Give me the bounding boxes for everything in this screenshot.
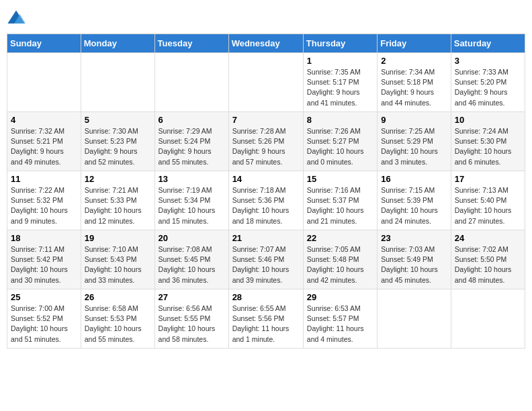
day-number: 24 [455,233,521,243]
day-header-friday: Friday [378,34,451,53]
day-header-saturday: Saturday [451,34,525,53]
calendar-cell: 15Sunrise: 7:16 AMSunset: 5:37 PMDayligh… [303,171,377,230]
calendar-cell: 27Sunrise: 6:56 AMSunset: 5:55 PMDayligh… [154,289,228,349]
calendar-cell: 11Sunrise: 7:22 AMSunset: 5:32 PMDayligh… [7,171,81,230]
day-info: Sunrise: 7:10 AMSunset: 5:43 PMDaylight:… [85,244,151,285]
day-number: 12 [85,174,151,184]
calendar-cell: 13Sunrise: 7:19 AMSunset: 5:34 PMDayligh… [154,171,228,230]
page-header [7,7,525,28]
day-info: Sunrise: 7:34 AMSunset: 5:18 PMDaylight:… [381,67,447,108]
calendar-week-row: 18Sunrise: 7:11 AMSunset: 5:42 PMDayligh… [7,230,525,289]
day-info: Sunrise: 7:35 AMSunset: 5:17 PMDaylight:… [307,67,373,108]
day-number: 17 [455,174,521,184]
logo [7,9,27,28]
day-info: Sunrise: 7:05 AMSunset: 5:48 PMDaylight:… [307,244,373,285]
calendar-week-row: 25Sunrise: 7:00 AMSunset: 5:52 PMDayligh… [7,289,525,349]
calendar-week-row: 4Sunrise: 7:32 AMSunset: 5:21 PMDaylight… [7,112,525,171]
calendar-cell: 19Sunrise: 7:10 AMSunset: 5:43 PMDayligh… [81,230,154,289]
day-info: Sunrise: 7:16 AMSunset: 5:37 PMDaylight:… [307,185,373,226]
day-info: Sunrise: 7:11 AMSunset: 5:42 PMDaylight:… [11,244,77,285]
day-header-wednesday: Wednesday [228,34,303,53]
day-info: Sunrise: 6:55 AMSunset: 5:56 PMDaylight:… [232,304,300,345]
day-info: Sunrise: 7:24 AMSunset: 5:30 PMDaylight:… [455,126,521,167]
calendar-cell: 2Sunrise: 7:34 AMSunset: 5:18 PMDaylight… [378,53,451,112]
calendar-cell: 5Sunrise: 7:30 AMSunset: 5:23 PMDaylight… [81,112,154,171]
day-info: Sunrise: 7:07 AMSunset: 5:46 PMDaylight:… [232,244,300,285]
day-number: 29 [307,292,373,302]
calendar-cell: 10Sunrise: 7:24 AMSunset: 5:30 PMDayligh… [451,112,525,171]
day-number: 4 [11,115,77,125]
day-info: Sunrise: 7:00 AMSunset: 5:52 PMDaylight:… [11,304,77,345]
day-number: 28 [232,292,300,302]
day-info: Sunrise: 7:03 AMSunset: 5:49 PMDaylight:… [381,244,447,285]
day-number: 1 [307,56,373,66]
calendar-cell: 8Sunrise: 7:26 AMSunset: 5:27 PMDaylight… [303,112,377,171]
day-info: Sunrise: 7:29 AMSunset: 5:24 PMDaylight:… [159,126,225,167]
calendar-week-row: 11Sunrise: 7:22 AMSunset: 5:32 PMDayligh… [7,171,525,230]
day-info: Sunrise: 7:13 AMSunset: 5:40 PMDaylight:… [455,185,521,226]
day-number: 16 [381,174,447,184]
calendar-cell: 14Sunrise: 7:18 AMSunset: 5:36 PMDayligh… [228,171,303,230]
day-number: 6 [159,115,225,125]
day-number: 27 [159,292,225,302]
day-number: 3 [455,56,521,66]
calendar-cell: 6Sunrise: 7:29 AMSunset: 5:24 PMDaylight… [154,112,228,171]
calendar-cell: 29Sunrise: 6:53 AMSunset: 5:57 PMDayligh… [303,289,377,349]
calendar-cell: 16Sunrise: 7:15 AMSunset: 5:39 PMDayligh… [378,171,451,230]
calendar-cell: 12Sunrise: 7:21 AMSunset: 5:33 PMDayligh… [81,171,154,230]
day-number: 9 [381,115,447,125]
calendar-cell [451,289,525,349]
day-number: 19 [85,233,151,243]
day-info: Sunrise: 7:02 AMSunset: 5:50 PMDaylight:… [455,244,521,285]
calendar-cell: 22Sunrise: 7:05 AMSunset: 5:48 PMDayligh… [303,230,377,289]
day-number: 14 [232,174,300,184]
day-info: Sunrise: 7:32 AMSunset: 5:21 PMDaylight:… [11,126,77,167]
day-number: 23 [381,233,447,243]
day-header-tuesday: Tuesday [154,34,228,53]
day-number: 7 [232,115,300,125]
day-info: Sunrise: 7:30 AMSunset: 5:23 PMDaylight:… [85,126,151,167]
day-number: 26 [85,292,151,302]
calendar-cell [228,53,303,112]
day-info: Sunrise: 7:33 AMSunset: 5:20 PMDaylight:… [455,67,521,108]
day-info: Sunrise: 7:18 AMSunset: 5:36 PMDaylight:… [232,185,300,226]
calendar-cell: 3Sunrise: 7:33 AMSunset: 5:20 PMDaylight… [451,53,525,112]
day-number: 5 [85,115,151,125]
calendar-cell: 24Sunrise: 7:02 AMSunset: 5:50 PMDayligh… [451,230,525,289]
calendar-cell: 20Sunrise: 7:08 AMSunset: 5:45 PMDayligh… [154,230,228,289]
calendar-header-row: SundayMondayTuesdayWednesdayThursdayFrid… [7,34,525,53]
calendar-cell: 18Sunrise: 7:11 AMSunset: 5:42 PMDayligh… [7,230,81,289]
day-info: Sunrise: 7:28 AMSunset: 5:26 PMDaylight:… [232,126,300,167]
calendar-cell: 28Sunrise: 6:55 AMSunset: 5:56 PMDayligh… [228,289,303,349]
day-info: Sunrise: 7:21 AMSunset: 5:33 PMDaylight:… [85,185,151,226]
day-number: 15 [307,174,373,184]
calendar-cell: 26Sunrise: 6:58 AMSunset: 5:53 PMDayligh… [81,289,154,349]
day-number: 13 [159,174,225,184]
calendar-week-row: 1Sunrise: 7:35 AMSunset: 5:17 PMDaylight… [7,53,525,112]
day-info: Sunrise: 7:19 AMSunset: 5:34 PMDaylight:… [159,185,225,226]
day-number: 22 [307,233,373,243]
day-number: 2 [381,56,447,66]
day-info: Sunrise: 6:58 AMSunset: 5:53 PMDaylight:… [85,304,151,345]
day-info: Sunrise: 7:15 AMSunset: 5:39 PMDaylight:… [381,185,447,226]
calendar-cell: 23Sunrise: 7:03 AMSunset: 5:49 PMDayligh… [378,230,451,289]
day-number: 20 [159,233,225,243]
calendar-cell [7,53,81,112]
calendar-cell: 21Sunrise: 7:07 AMSunset: 5:46 PMDayligh… [228,230,303,289]
calendar-cell [81,53,154,112]
calendar-cell: 7Sunrise: 7:28 AMSunset: 5:26 PMDaylight… [228,112,303,171]
logo-icon [7,9,26,28]
day-info: Sunrise: 6:53 AMSunset: 5:57 PMDaylight:… [307,304,373,345]
day-info: Sunrise: 7:08 AMSunset: 5:45 PMDaylight:… [159,244,225,285]
day-header-monday: Monday [81,34,154,53]
calendar-cell [378,289,451,349]
day-number: 10 [455,115,521,125]
day-header-thursday: Thursday [303,34,377,53]
day-number: 11 [11,174,77,184]
day-info: Sunrise: 7:25 AMSunset: 5:29 PMDaylight:… [381,126,447,167]
day-info: Sunrise: 6:56 AMSunset: 5:55 PMDaylight:… [159,304,225,345]
day-info: Sunrise: 7:26 AMSunset: 5:27 PMDaylight:… [307,126,373,167]
day-info: Sunrise: 7:22 AMSunset: 5:32 PMDaylight:… [11,185,77,226]
calendar-cell: 4Sunrise: 7:32 AMSunset: 5:21 PMDaylight… [7,112,81,171]
calendar-cell [154,53,228,112]
